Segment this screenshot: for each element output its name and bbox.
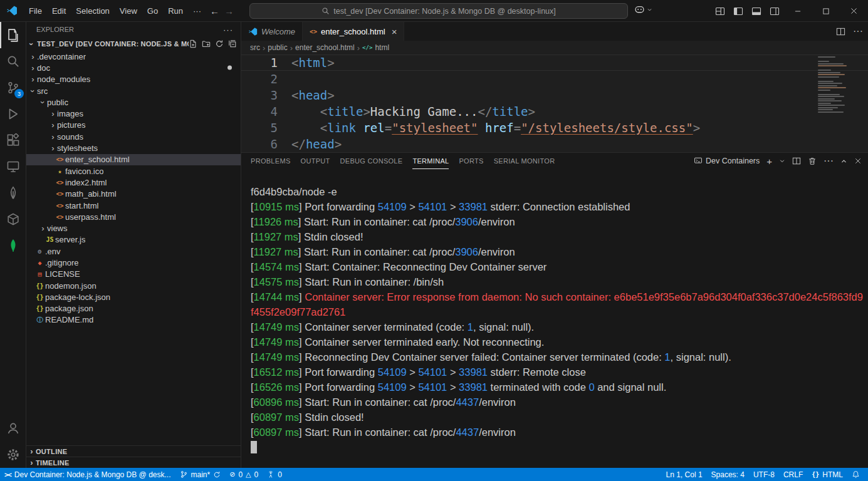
copilot-button[interactable] bbox=[634, 4, 652, 15]
breadcrumb-item[interactable]: enter_school.html bbox=[295, 43, 355, 52]
folder-row[interactable]: ›src bbox=[26, 85, 241, 96]
menu-view[interactable]: View bbox=[115, 4, 142, 18]
menu-overflow[interactable]: ··· bbox=[188, 4, 206, 18]
minimize-button[interactable] bbox=[783, 0, 812, 22]
new-terminal-icon[interactable]: + bbox=[766, 157, 772, 166]
command-center[interactable]: test_dev [Dev Container: Node.js & Mongo… bbox=[249, 3, 628, 19]
language-mode-indicator[interactable]: {} HTML bbox=[807, 468, 847, 481]
terminal-profile-selector[interactable]: Dev Containers bbox=[694, 157, 760, 165]
leaf-icon[interactable] bbox=[0, 180, 26, 206]
folder-row[interactable]: ›node_modules bbox=[26, 74, 241, 85]
close-window-button[interactable] bbox=[840, 0, 868, 22]
file-row[interactable]: ▤LICENSE bbox=[26, 269, 241, 280]
breadcrumb-item[interactable]: public bbox=[268, 43, 287, 52]
minimap[interactable] bbox=[818, 56, 863, 113]
maximize-button[interactable] bbox=[812, 0, 840, 22]
settings-gear-icon[interactable] bbox=[0, 442, 26, 468]
panel-tab-output[interactable]: OUTPUT bbox=[301, 153, 330, 169]
close-panel-icon[interactable] bbox=[854, 157, 862, 165]
toggle-sidebar-icon[interactable] bbox=[729, 0, 747, 22]
project-root[interactable]: › TEST_DEV [DEV CONTAINER: NODE.JS & MON… bbox=[26, 37, 241, 51]
file-row[interactable]: <>userpass.html bbox=[26, 211, 241, 222]
panel-tab-debug-console[interactable]: DEBUG CONSOLE bbox=[340, 153, 403, 169]
breadcrumb-item[interactable]: </>html bbox=[362, 43, 389, 52]
file-row[interactable]: <>math_abi.html bbox=[26, 189, 241, 200]
folder-row[interactable]: ›doc bbox=[26, 62, 241, 73]
menu-run[interactable]: Run bbox=[163, 4, 188, 18]
file-row[interactable]: {}package-lock.json bbox=[26, 291, 241, 303]
folder-row[interactable]: ›sounds bbox=[26, 131, 241, 142]
maximize-panel-icon[interactable] bbox=[840, 158, 847, 165]
panel-tab-serial-monitor[interactable]: SERIAL MONITOR bbox=[494, 153, 555, 169]
terminal-output[interactable]: f6d4b9cba/node -e[10915 ms] Port forward… bbox=[241, 169, 868, 468]
folder-row[interactable]: ›pictures bbox=[26, 120, 241, 131]
toggle-secondary-sidebar-icon[interactable] bbox=[765, 0, 783, 22]
tab-welcome[interactable]: Welcome bbox=[241, 22, 303, 41]
folder-row[interactable]: ›images bbox=[26, 108, 241, 119]
timeline-section[interactable]: › TIMELINE bbox=[26, 457, 241, 468]
refresh-icon[interactable] bbox=[215, 39, 224, 48]
mongodb-icon[interactable] bbox=[0, 232, 26, 259]
folder-row[interactable]: ›.devcontainer bbox=[26, 51, 241, 62]
file-row[interactable]: ★favicon.ico bbox=[26, 165, 241, 177]
account-icon[interactable] bbox=[0, 415, 26, 442]
file-row[interactable]: <>index2.html bbox=[26, 177, 241, 188]
folder-row[interactable]: ›public bbox=[26, 96, 241, 108]
file-row[interactable]: <>start.html bbox=[26, 200, 241, 211]
encoding-indicator[interactable]: UTF-8 bbox=[749, 468, 779, 481]
file-row[interactable]: ⚙.env bbox=[26, 246, 241, 257]
more-actions-icon[interactable]: ··· bbox=[223, 25, 233, 34]
breadcrumb-separator: › bbox=[357, 43, 360, 53]
toggle-panel-icon[interactable] bbox=[747, 0, 765, 22]
search-activity-icon[interactable] bbox=[0, 48, 26, 75]
menu-selection[interactable]: Selection bbox=[71, 4, 114, 18]
eol-indicator[interactable]: CRLF bbox=[779, 468, 807, 481]
more-actions-icon[interactable]: ··· bbox=[853, 26, 863, 37]
git-branch-indicator[interactable]: main* bbox=[175, 468, 226, 481]
editor[interactable]: 1<html>23<head>4 <title>Hacking Game...<… bbox=[241, 54, 868, 152]
panel-tab-terminal[interactable]: TERMINAL bbox=[412, 153, 449, 169]
launch-profile-chevron-icon[interactable] bbox=[779, 158, 785, 164]
customize-layout-icon[interactable] bbox=[711, 0, 729, 22]
ports-indicator[interactable]: 0 bbox=[263, 468, 286, 481]
problems-indicator[interactable]: ⊘ 0 △ 0 bbox=[225, 468, 263, 481]
file-row[interactable]: {}package.json bbox=[26, 303, 241, 314]
collapse-all-icon[interactable] bbox=[228, 39, 237, 48]
breadcrumb-item[interactable]: src bbox=[250, 43, 260, 52]
menu-edit[interactable]: Edit bbox=[47, 4, 71, 18]
file-row[interactable]: ⓘREADME.md bbox=[26, 314, 241, 326]
containers-icon[interactable] bbox=[0, 206, 26, 232]
source-control-icon[interactable]: 3 bbox=[0, 75, 26, 101]
run-debug-icon[interactable] bbox=[0, 101, 26, 127]
tree-item-label: stylesheets bbox=[57, 143, 98, 153]
notifications-bell[interactable] bbox=[847, 468, 864, 481]
explorer-icon[interactable] bbox=[0, 22, 26, 48]
remote-explorer-icon[interactable] bbox=[0, 153, 26, 180]
more-actions-icon[interactable]: ··· bbox=[824, 155, 834, 167]
folder-row[interactable]: ›views bbox=[26, 222, 241, 234]
kill-terminal-icon[interactable] bbox=[808, 157, 817, 165]
menu-file[interactable]: File bbox=[24, 4, 47, 18]
remote-indicator[interactable]: >< Dev Container: Node.js & Mongo DB @ d… bbox=[0, 468, 175, 481]
split-terminal-icon[interactable] bbox=[792, 157, 801, 165]
file-row[interactable]: JSserver.js bbox=[26, 234, 241, 246]
menu-go[interactable]: Go bbox=[142, 4, 163, 18]
new-file-icon[interactable] bbox=[189, 39, 197, 48]
file-row[interactable]: {}nodemon.json bbox=[26, 280, 241, 291]
indentation-indicator[interactable]: Spaces: 4 bbox=[707, 468, 749, 481]
cursor-position[interactable]: Ln 1, Col 1 bbox=[662, 468, 707, 481]
forward-arrow-icon[interactable]: → bbox=[224, 6, 234, 16]
split-editor-icon[interactable] bbox=[836, 27, 845, 36]
back-arrow-icon[interactable]: ← bbox=[210, 6, 219, 16]
panel-tab-ports[interactable]: PORTS bbox=[459, 153, 483, 169]
outline-section[interactable]: › OUTLINE bbox=[26, 445, 241, 457]
tab-enter_school-html[interactable]: <>enter_school.html× bbox=[303, 22, 404, 41]
file-row[interactable]: ◆.gitignore bbox=[26, 257, 241, 268]
file-row[interactable]: <>enter_school.html bbox=[26, 154, 241, 165]
panel-tab-problems[interactable]: PROBLEMS bbox=[251, 153, 291, 169]
new-folder-icon[interactable] bbox=[202, 39, 211, 48]
close-tab-icon[interactable]: × bbox=[392, 27, 397, 36]
folder-row[interactable]: ›stylesheets bbox=[26, 142, 241, 153]
extensions-icon[interactable] bbox=[0, 127, 26, 153]
tab-label: enter_school.html bbox=[321, 27, 385, 36]
